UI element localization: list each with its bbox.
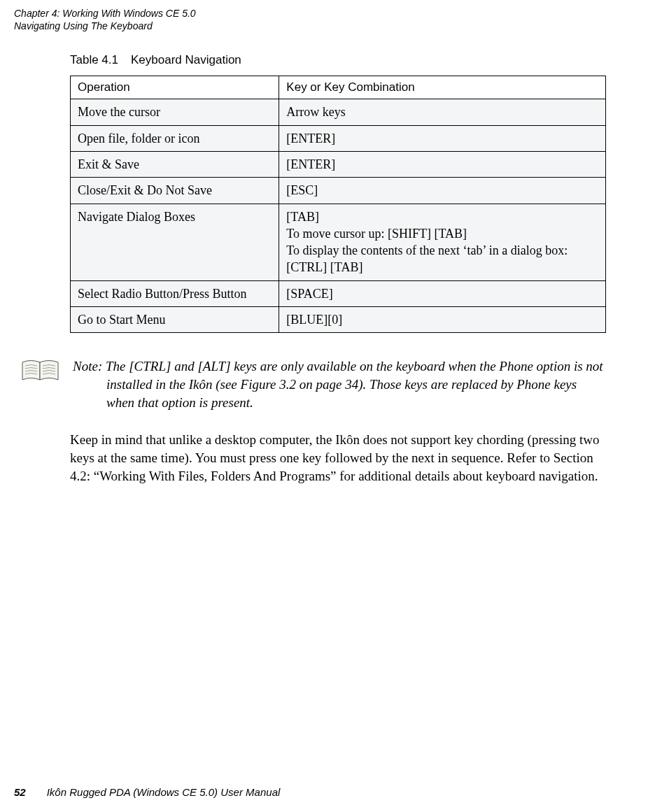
table-row: Move the cursor Arrow keys [71,99,606,125]
table-row: Exit & Save [ENTER] [71,151,606,177]
book-icon [21,359,60,385]
cell-operation: Exit & Save [71,151,279,177]
header-section: Navigating Using The Keyboard [14,20,606,32]
table-row: Navigate Dialog Boxes [TAB] To move curs… [71,204,606,280]
cell-key: [SPACE] [279,280,606,306]
table-header-operation: Operation [71,76,279,99]
cell-key: [ESC] [279,178,606,204]
cell-key: [TAB] To move cursor up: [SHIFT] [TAB] T… [279,204,606,280]
cell-key: Arrow keys [279,99,606,125]
table-header-key: Key or Key Combination [279,76,606,99]
page-header: Chapter 4: Working With Windows CE 5.0 N… [14,7,606,32]
cell-operation: Open file, folder or icon [71,125,279,151]
body-paragraph: Keep in mind that unlike a desktop compu… [70,431,606,485]
table-header-row: Operation Key or Key Combination [71,76,606,99]
cell-key: [BLUE][0] [279,307,606,333]
note-block: Note: The [CTRL] and [ALT] keys are only… [21,357,606,411]
header-chapter: Chapter 4: Working With Windows CE 5.0 [14,7,606,20]
note-text: Note: The [CTRL] and [ALT] keys are only… [73,357,606,411]
note-body: Note: The [CTRL] and [ALT] keys are only… [73,357,606,411]
page-number: 52 [14,786,26,798]
footer-title: Ikôn Rugged PDA (Windows CE 5.0) User Ma… [47,786,281,798]
table-row: Select Radio Button/Press Button [SPACE] [71,280,606,306]
cell-operation: Move the cursor [71,99,279,125]
cell-key: [ENTER] [279,151,606,177]
cell-operation: Go to Start Menu [71,307,279,333]
page-footer: 52Ikôn Rugged PDA (Windows CE 5.0) User … [14,786,280,798]
table-title: Keyboard Navigation [131,53,241,66]
table-number: Table 4.1 [70,53,118,66]
table-caption: Table 4.1Keyboard Navigation [70,53,606,67]
main-content: Table 4.1Keyboard Navigation Operation K… [70,53,606,333]
cell-operation: Close/Exit & Do Not Save [71,178,279,204]
cell-operation: Navigate Dialog Boxes [71,204,279,280]
table-row: Open file, folder or icon [ENTER] [71,125,606,151]
cell-key: [ENTER] [279,125,606,151]
table-row: Go to Start Menu [BLUE][0] [71,307,606,333]
table-row: Close/Exit & Do Not Save [ESC] [71,178,606,204]
cell-operation: Select Radio Button/Press Button [71,280,279,306]
keyboard-navigation-table: Operation Key or Key Combination Move th… [70,76,606,333]
